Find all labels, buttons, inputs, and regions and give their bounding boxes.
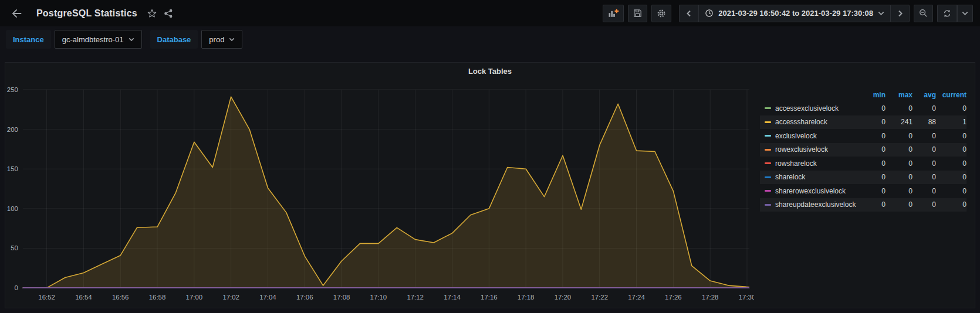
- legend-series-name[interactable]: sharerowexclusivelock: [775, 187, 859, 195]
- svg-text:16:56: 16:56: [112, 294, 129, 301]
- legend-col-min[interactable]: min: [859, 91, 886, 99]
- legend-row: sharerowexclusivelock0000: [760, 184, 967, 198]
- series-color-dash-icon: [760, 204, 775, 206]
- legend-series-name[interactable]: accessexclusivelock: [775, 104, 859, 113]
- svg-text:0: 0: [14, 284, 18, 291]
- refresh-button[interactable]: [937, 5, 957, 22]
- svg-text:16:52: 16:52: [38, 294, 55, 301]
- svg-text:16:58: 16:58: [149, 294, 166, 301]
- legend-series-name[interactable]: shareupdateexclusivelock: [775, 200, 859, 209]
- legend-header-row: min max avg current: [760, 89, 967, 101]
- legend-avg-value: 0: [913, 200, 936, 209]
- star-icon[interactable]: [147, 8, 157, 19]
- variable-database-dropdown[interactable]: prod: [201, 30, 242, 49]
- chevron-down-icon: [129, 36, 134, 42]
- legend-min-value: 0: [859, 145, 886, 154]
- legend-max-value: 0: [886, 145, 913, 154]
- series-color-dash-icon: [760, 162, 775, 164]
- legend-row: accessexclusivelock0000: [760, 101, 967, 115]
- variable-instance-value: gc-almdbtestro-01: [62, 35, 124, 44]
- back-arrow-button[interactable]: [7, 4, 26, 23]
- legend-max-value: 0: [886, 104, 913, 113]
- svg-text:200: 200: [7, 126, 18, 133]
- series-color-dash-icon: [760, 135, 775, 137]
- share-icon[interactable]: [163, 8, 174, 19]
- chevron-down-icon: [229, 36, 235, 42]
- legend-avg-value: 0: [913, 145, 936, 154]
- legend-min-value: 0: [859, 200, 886, 209]
- dashboard-title: PostgreSQL Statistics: [36, 8, 137, 19]
- legend-avg-value: 0: [913, 104, 936, 113]
- svg-text:50: 50: [11, 244, 18, 251]
- variable-database: Database prod: [150, 30, 243, 49]
- legend-max-value: 0: [886, 159, 913, 168]
- svg-text:100: 100: [7, 205, 18, 212]
- legend-current-value: 0: [936, 173, 967, 181]
- panel-title[interactable]: Lock Tables: [5, 63, 975, 79]
- svg-text:150: 150: [7, 165, 18, 172]
- legend-min-value: 0: [859, 104, 886, 113]
- series-color-dash-icon: [760, 149, 775, 151]
- time-range-forward-button[interactable]: [890, 5, 910, 22]
- legend-row: shareupdateexclusivelock0000: [760, 198, 967, 212]
- legend-max-value: 0: [886, 200, 913, 209]
- legend-min-value: 0: [859, 173, 886, 181]
- svg-text:17:04: 17:04: [259, 294, 276, 301]
- svg-text:16:54: 16:54: [75, 294, 92, 301]
- variable-database-value: prod: [209, 35, 224, 44]
- legend-current-value: 0: [936, 159, 967, 168]
- chevron-down-icon: [878, 10, 884, 16]
- svg-text:17:12: 17:12: [407, 294, 424, 301]
- legend-series-name[interactable]: accesssharelock: [775, 118, 859, 126]
- legend-avg-value: 88: [913, 118, 936, 126]
- refresh-interval-dropdown[interactable]: [957, 5, 973, 22]
- series-color-dash-icon: [760, 190, 775, 192]
- variable-database-label: Database: [150, 30, 198, 49]
- legend-table: min max avg current accessexclusivelock0…: [754, 80, 975, 308]
- series-color-dash-icon: [760, 176, 775, 178]
- zoom-out-button[interactable]: [914, 5, 933, 22]
- lock-tables-panel: Lock Tables 05010015020025016:5216:5416:…: [5, 62, 975, 308]
- time-range-picker[interactable]: 2021-03-29 16:50:42 to 2021-03-29 17:30:…: [698, 5, 890, 22]
- dashboard-settings-gear-icon[interactable]: [651, 5, 671, 22]
- clock-icon: [705, 9, 714, 18]
- svg-text:17:20: 17:20: [555, 294, 572, 301]
- svg-text:17:10: 17:10: [370, 294, 387, 301]
- legend-row: exclusivelock0000: [760, 129, 967, 143]
- legend-series-name[interactable]: sharelock: [775, 173, 859, 181]
- legend-row: rowexclusivelock0000: [760, 143, 967, 157]
- svg-text:17:16: 17:16: [481, 294, 498, 301]
- svg-text:17:08: 17:08: [333, 294, 350, 301]
- variable-instance: Instance gc-almdbtestro-01: [6, 30, 142, 49]
- legend-current-value: 0: [936, 104, 967, 113]
- variable-instance-dropdown[interactable]: gc-almdbtestro-01: [55, 30, 142, 49]
- add-panel-button[interactable]: [603, 5, 624, 22]
- legend-current-value: 0: [936, 187, 967, 195]
- legend-avg-value: 0: [913, 173, 936, 181]
- legend-avg-value: 0: [913, 159, 936, 168]
- legend-series-name[interactable]: rowsharelock: [775, 159, 859, 168]
- legend-avg-value: 0: [913, 187, 936, 195]
- legend-max-value: 0: [886, 132, 913, 140]
- top-navbar: PostgreSQL Statistics: [0, 0, 980, 26]
- svg-text:17:30: 17:30: [739, 294, 754, 301]
- legend-series-name[interactable]: rowexclusivelock: [775, 145, 859, 154]
- series-color-dash-icon: [760, 121, 775, 123]
- legend-min-value: 0: [859, 187, 886, 195]
- svg-text:17:18: 17:18: [518, 294, 535, 301]
- legend-col-current[interactable]: current: [936, 91, 967, 99]
- template-variables-row: Instance gc-almdbtestro-01 Database prod: [0, 26, 980, 52]
- legend-series-name[interactable]: exclusivelock: [775, 132, 859, 140]
- lock-tables-chart[interactable]: 05010015020025016:5216:5416:5616:5817:00…: [5, 80, 754, 308]
- legend-col-avg[interactable]: avg: [913, 91, 936, 99]
- svg-text:17:00: 17:00: [186, 294, 203, 301]
- legend-min-value: 0: [859, 132, 886, 140]
- save-dashboard-button[interactable]: [628, 5, 647, 22]
- legend-col-max[interactable]: max: [886, 91, 913, 99]
- time-range-back-button[interactable]: [679, 5, 698, 22]
- series-color-dash-icon: [760, 107, 775, 109]
- svg-text:17:14: 17:14: [444, 294, 461, 301]
- svg-text:17:06: 17:06: [296, 294, 313, 301]
- svg-text:17:22: 17:22: [591, 294, 608, 301]
- svg-text:17:26: 17:26: [665, 294, 682, 301]
